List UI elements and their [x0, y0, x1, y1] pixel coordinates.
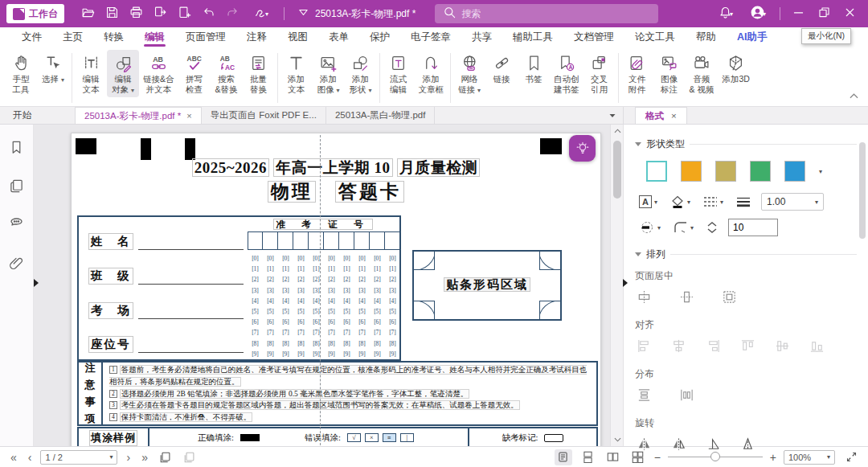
- scroll-up-button[interactable]: [611, 125, 624, 137]
- fill-color-dropdown[interactable]: ▾: [668, 193, 693, 211]
- menu-item-注释[interactable]: 注释: [236, 27, 277, 47]
- line-cap-dropdown[interactable]: ▾: [637, 219, 663, 236]
- pdf-page[interactable]: 2025~2026 年高一上学期 10 月质量检测 物理答题卡 准 考 证 号 …: [71, 133, 601, 446]
- single-page-view-button[interactable]: [555, 449, 572, 465]
- menu-item-AI助手[interactable]: AI助手: [727, 27, 778, 47]
- ribbon-collapse-button[interactable]: [850, 90, 858, 101]
- document-tab[interactable]: 25013A-彩卡-物理.pdf *×: [75, 107, 202, 124]
- panel-scrollbar[interactable]: [858, 129, 866, 430]
- menu-item-文件[interactable]: 文件: [11, 27, 52, 47]
- menu-item-帮助[interactable]: 帮助: [686, 27, 727, 47]
- ribbon-tool-添加图像[interactable]: 添加图像 ▾: [313, 50, 345, 97]
- zoom-slider[interactable]: [668, 457, 763, 457]
- last-page-button[interactable]: »: [139, 449, 150, 465]
- document-title-dropdown[interactable]: 25013A-彩卡-物理.pdf *: [292, 3, 420, 24]
- ribbon-tool-自动创建书签[interactable]: A自动创建书签: [550, 50, 583, 96]
- ribbon-tool-流式编辑[interactable]: 流式编辑: [383, 50, 415, 96]
- title-text-object[interactable]: 2025~2026: [192, 158, 269, 177]
- center-vertically-icon[interactable]: [679, 289, 694, 307]
- menu-item-辅助工具[interactable]: 辅助工具: [502, 27, 563, 47]
- ribbon-tool-编辑文本[interactable]: 编辑文本: [75, 50, 107, 96]
- account-button[interactable]: ▾: [742, 3, 774, 24]
- scroll-down-button[interactable]: [611, 433, 624, 446]
- workspace-button[interactable]: 工作台: [6, 4, 64, 23]
- tab-list-dropdown[interactable]: [602, 107, 623, 124]
- menu-item-论文工具[interactable]: 论文工具: [624, 27, 686, 47]
- first-page-button[interactable]: «: [8, 449, 19, 465]
- menu-item-主页[interactable]: 主页: [52, 27, 93, 47]
- comments-panel-button[interactable]: [7, 215, 27, 234]
- page-number-select[interactable]: 1 / 2▾: [40, 450, 117, 465]
- corner-style-dropdown[interactable]: ▾: [671, 219, 696, 236]
- menu-item-保护[interactable]: 保护: [359, 27, 400, 47]
- document-tab[interactable]: 25013A-黑白-物理.pdf: [326, 107, 436, 124]
- facing-view-button[interactable]: [604, 449, 622, 465]
- save-button[interactable]: [101, 3, 122, 24]
- continuous-view-button[interactable]: [579, 449, 597, 465]
- close-tab-icon[interactable]: ×: [186, 111, 191, 121]
- quick-tool-dropdown[interactable]: ▾: [246, 3, 276, 24]
- title-text-object[interactable]: 物理: [268, 181, 316, 203]
- ribbon-tool-链接[interactable]: 链接: [485, 50, 518, 85]
- flip-horizontal-alt-icon[interactable]: [671, 436, 686, 454]
- distribute-vertically-icon[interactable]: [637, 387, 652, 405]
- attachments-panel-button[interactable]: [7, 253, 27, 272]
- title-text-object[interactable]: 月质量检测: [397, 158, 481, 177]
- ribbon-tool-手型工具[interactable]: 手型工具: [5, 50, 37, 96]
- distribute-horizontally-icon[interactable]: [679, 387, 694, 405]
- ribbon-tool-网络链接[interactable]: 网络链接 ▾: [453, 50, 485, 97]
- stroke-width-select[interactable]: 1.00▾: [761, 193, 824, 211]
- menu-item-表单[interactable]: 表单: [318, 27, 359, 47]
- corner-radius-input[interactable]: [728, 219, 778, 236]
- restore-button[interactable]: [812, 3, 836, 24]
- undo-button[interactable]: [198, 3, 219, 24]
- open-file-button[interactable]: [77, 3, 98, 24]
- ribbon-tool-添加文本[interactable]: 添加文本: [280, 50, 313, 96]
- ribbon-tool-音频& 视频[interactable]: 音频& 视频: [686, 50, 719, 96]
- ribbon-tool-搜索&替换[interactable]: ABAC搜索&替换: [211, 50, 243, 96]
- zoom-slider-knob[interactable]: [710, 452, 720, 461]
- ribbon-tool-添加文章框[interactable]: 添加文章框: [415, 50, 448, 96]
- ribbon-tool-添加3D[interactable]: 添加3D: [718, 50, 753, 85]
- ribbon-tool-交叉引用[interactable]: 交叉引用: [583, 50, 616, 96]
- ai-assistant-lightbulb-button[interactable]: [569, 135, 596, 162]
- menu-item-转换[interactable]: 转换: [93, 27, 134, 47]
- bookmarks-panel-button[interactable]: [7, 137, 27, 157]
- ribbon-tool-拼写检查[interactable]: ABC拼写检查: [178, 50, 211, 96]
- center-both-icon[interactable]: [722, 289, 737, 307]
- more-styles-dropdown[interactable]: ▾: [819, 168, 822, 175]
- minimize-button[interactable]: [786, 3, 810, 24]
- search-input[interactable]: 搜索: [435, 4, 658, 23]
- ribbon-tool-添加形状[interactable]: 添加形状 ▾: [345, 50, 377, 97]
- new-document-button[interactable]: [174, 3, 194, 24]
- panel-expand-handle[interactable]: [623, 279, 628, 287]
- menu-item-电子签章[interactable]: 电子签章: [400, 27, 461, 47]
- sidebar-expand-handle[interactable]: [34, 279, 39, 287]
- print-button[interactable]: [125, 3, 146, 24]
- shape-style-swatch-2[interactable]: [681, 161, 702, 182]
- line-style-dropdown[interactable]: ▾: [701, 195, 726, 209]
- previous-view-button[interactable]: [157, 449, 174, 465]
- menu-item-文档管理[interactable]: 文档管理: [563, 27, 624, 47]
- shape-style-swatch-1[interactable]: [646, 161, 667, 182]
- menu-item-页面管理[interactable]: 页面管理: [175, 27, 236, 47]
- flip-horizontal-icon[interactable]: [637, 436, 652, 454]
- document-tab[interactable]: 导出页面自 Foxit PDF E...: [202, 107, 326, 124]
- ribbon-tool-链接&合并文本[interactable]: AB链接&合并文本: [139, 50, 178, 96]
- corner-radius-stepper-icon[interactable]: [704, 219, 720, 236]
- menu-item-编辑[interactable]: 编辑: [134, 27, 175, 47]
- line-weight-button[interactable]: [734, 195, 753, 209]
- center-horizontally-icon[interactable]: [637, 289, 652, 307]
- flip-vertical-icon[interactable]: [740, 436, 755, 454]
- ribbon-tool-编辑对象[interactable]: 编辑对象 ▾: [107, 50, 139, 97]
- menu-item-视图[interactable]: 视图: [277, 27, 318, 47]
- tab-format-panel[interactable]: 格式 ×: [635, 107, 687, 124]
- shape-style-swatch-4[interactable]: [750, 161, 771, 182]
- section-arrange[interactable]: 排列: [635, 248, 857, 261]
- shape-style-swatch-3[interactable]: [715, 161, 736, 182]
- close-button[interactable]: [837, 3, 862, 24]
- document-scrollbar[interactable]: [610, 125, 623, 446]
- title-text-object[interactable]: 答题卡: [335, 181, 404, 203]
- previous-page-button[interactable]: ‹: [26, 449, 35, 465]
- ribbon-tool-书签[interactable]: 书签: [518, 50, 550, 85]
